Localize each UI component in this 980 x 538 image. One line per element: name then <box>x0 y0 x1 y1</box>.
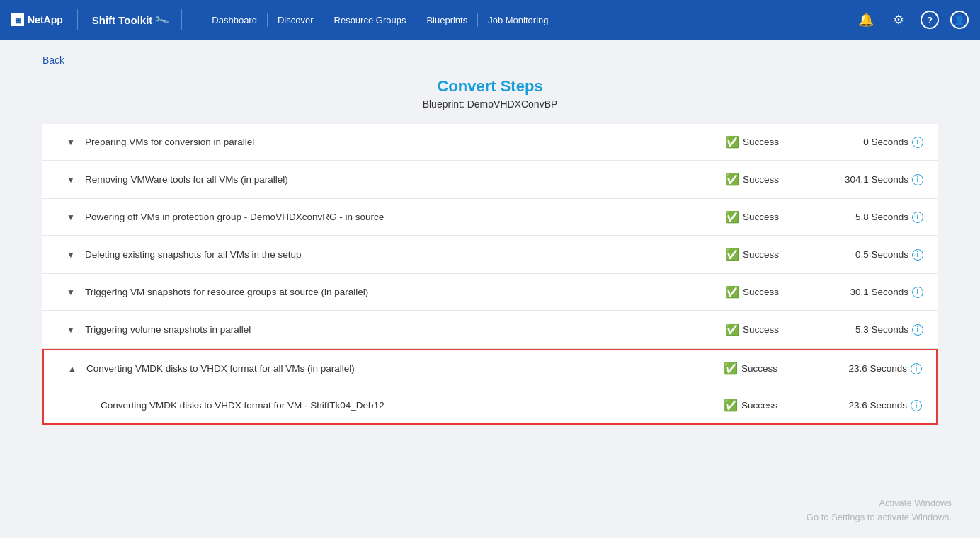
info-icon-4[interactable]: i <box>912 249 923 261</box>
status-text-1: Success <box>743 137 779 147</box>
chevron-down-icon-5: ▼ <box>67 287 75 297</box>
bell-icon[interactable]: 🔔 <box>855 9 877 30</box>
chevron-down-icon-4: ▼ <box>67 250 75 260</box>
chevron-3[interactable]: ▼ <box>57 212 85 222</box>
help-icon[interactable]: ? <box>921 11 939 29</box>
seconds-text-4: 0.5 Seconds <box>855 249 908 260</box>
status-text-7: Success <box>741 363 777 374</box>
logo-symbol: ▦ <box>15 16 21 24</box>
step-label-2: Removing VMWare tools for all VMs (in pa… <box>85 174 725 185</box>
step-label-5: Triggering VM snapshots for resource gro… <box>85 287 725 297</box>
seconds-col-2: 304.1 Seconds i <box>810 174 923 185</box>
seconds-col-4: 0.5 Seconds i <box>810 249 923 261</box>
info-icon-7[interactable]: i <box>911 363 922 374</box>
seconds-text-7: 23.6 Seconds <box>848 363 907 374</box>
chevron-down-icon: ▼ <box>67 137 75 147</box>
logo-box: ▦ <box>11 13 24 26</box>
brand: ▦ NetApp Shift Toolkit 🔧 <box>11 9 190 30</box>
seconds-text-7-sub: 23.6 Seconds <box>848 400 907 411</box>
seconds-col-3: 5.8 Seconds i <box>810 212 923 223</box>
chevron-down-icon-2: ▼ <box>67 175 75 185</box>
seconds-col-5: 30.1 Seconds i <box>810 287 923 298</box>
info-icon-2[interactable]: i <box>912 174 923 185</box>
step-label-4: Deleting existing snapshots for all VMs … <box>85 249 725 260</box>
seconds-col-7-sub: 23.6 Seconds i <box>809 400 922 411</box>
seconds-text-1: 0 Seconds <box>863 137 908 147</box>
seconds-col-7: 23.6 Seconds i <box>809 363 922 374</box>
seconds-text-2: 304.1 Seconds <box>845 174 908 185</box>
seconds-col-1: 0 Seconds i <box>810 137 923 148</box>
info-icon-5[interactable]: i <box>912 287 923 298</box>
chevron-1[interactable]: ▼ <box>57 137 85 147</box>
status-text-7-sub: Success <box>741 400 777 411</box>
status-col-4: ✅ Success <box>725 248 810 261</box>
step-row-4: ▼ Deleting existing snapshots for all VM… <box>42 236 938 273</box>
nav-link-job-monitoring[interactable]: Job Monitoring <box>478 0 558 40</box>
back-link[interactable]: Back <box>42 55 64 66</box>
step-row-2: ▼ Removing VMWare tools for all VMs (in … <box>42 161 938 198</box>
netapp-logo: ▦ NetApp <box>11 13 63 26</box>
success-icon-5: ✅ <box>725 285 739 299</box>
step-sub-label-7: Converting VMDK disks to VHDX format for… <box>101 400 724 411</box>
navbar: ▦ NetApp Shift Toolkit 🔧 Dashboard Disco… <box>0 0 980 40</box>
nav-right: 🔔 ⚙ ? 👤 <box>855 9 969 30</box>
nav-brand-divider <box>77 9 78 30</box>
highlighted-block-7: ▲ Converting VMDK disks to VHDX format f… <box>42 349 938 425</box>
nav-link-discover[interactable]: Discover <box>268 0 324 40</box>
success-icon-1: ✅ <box>725 135 739 149</box>
success-icon-6: ✅ <box>725 323 739 336</box>
info-icon-7-sub[interactable]: i <box>911 400 922 411</box>
app-name-text: Shift Toolkit <box>92 14 153 26</box>
status-col-2: ✅ Success <box>725 173 810 186</box>
watermark-line2: Go to Settings to activate Windows. <box>807 510 952 525</box>
status-col-7: ✅ Success <box>724 362 809 375</box>
chevron-up-icon: ▲ <box>68 364 76 374</box>
seconds-text-5: 30.1 Seconds <box>850 287 908 297</box>
step-label-7: Converting VMDK disks to VHDX format for… <box>86 363 724 374</box>
seconds-text-6: 5.3 Seconds <box>855 324 908 335</box>
chevron-4[interactable]: ▼ <box>57 250 85 260</box>
seconds-col-6: 5.3 Seconds i <box>810 324 923 336</box>
wrench-icon: 🔧 <box>153 12 169 28</box>
nav-app-divider <box>181 9 182 30</box>
success-icon-4: ✅ <box>725 248 739 261</box>
info-icon-6[interactable]: i <box>912 324 923 336</box>
chevron-7[interactable]: ▲ <box>58 364 86 374</box>
info-icon-3[interactable]: i <box>912 212 923 223</box>
success-icon-2: ✅ <box>725 173 739 186</box>
status-text-2: Success <box>743 174 779 185</box>
nav-link-resource-groups[interactable]: Resource Groups <box>324 0 416 40</box>
gear-icon[interactable]: ⚙ <box>888 9 909 30</box>
success-icon-7: ✅ <box>724 362 738 375</box>
page-subtitle: Blueprint: DemoVHDXConvBP <box>42 98 938 110</box>
status-text-5: Success <box>743 287 779 297</box>
chevron-5[interactable]: ▼ <box>57 287 85 297</box>
step-row-7-sub: Converting VMDK disks to VHDX format for… <box>44 387 936 423</box>
success-icon-7-sub: ✅ <box>724 399 738 412</box>
step-row-6: ▼ Triggering volume snapshots in paralle… <box>42 311 938 348</box>
steps-container: ▼ Preparing VMs for conversion in parall… <box>42 124 938 425</box>
chevron-down-icon-3: ▼ <box>67 212 75 222</box>
status-text-6: Success <box>743 324 779 335</box>
status-text-4: Success <box>743 249 779 260</box>
nav-links: Dashboard Discover Resource Groups Bluep… <box>202 0 558 40</box>
step-row-7-main: ▲ Converting VMDK disks to VHDX format f… <box>44 350 936 387</box>
chevron-6[interactable]: ▼ <box>57 325 85 335</box>
chevron-2[interactable]: ▼ <box>57 175 85 185</box>
user-icon[interactable]: 👤 <box>950 11 969 29</box>
seconds-text-3: 5.8 Seconds <box>855 212 908 222</box>
status-col-7-sub: ✅ Success <box>724 399 809 412</box>
success-icon-3: ✅ <box>725 210 739 224</box>
status-col-6: ✅ Success <box>725 323 810 336</box>
nav-link-dashboard[interactable]: Dashboard <box>202 0 267 40</box>
step-label-6: Triggering volume snapshots in parallel <box>85 324 725 335</box>
chevron-down-icon-6: ▼ <box>67 325 75 335</box>
shift-toolkit-label: Shift Toolkit 🔧 <box>92 14 168 26</box>
info-icon-1[interactable]: i <box>912 137 923 148</box>
step-label-1: Preparing VMs for conversion in parallel <box>85 137 725 147</box>
nav-link-blueprints[interactable]: Blueprints <box>416 0 477 40</box>
watermark-line1: Activate Windows <box>807 496 952 510</box>
netapp-text: NetApp <box>28 14 63 25</box>
status-col-3: ✅ Success <box>725 210 810 224</box>
status-text-3: Success <box>743 212 779 222</box>
